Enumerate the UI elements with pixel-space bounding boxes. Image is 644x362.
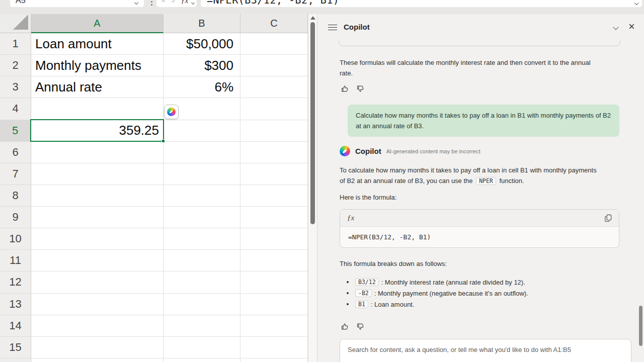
cell-C4[interactable]: [240, 98, 308, 120]
cell-B2[interactable]: $300: [164, 55, 240, 76]
cell-B7[interactable]: [164, 163, 240, 185]
cell-A9[interactable]: [31, 207, 164, 228]
thumbs-down-icon[interactable]: [356, 322, 365, 331]
scrolled-formula-card-edge: [339, 40, 620, 46]
row-header-13[interactable]: 13: [0, 294, 31, 315]
cell-B3[interactable]: 6%: [164, 76, 240, 98]
cell-A7[interactable]: [31, 163, 164, 185]
cell-C8[interactable]: [240, 185, 308, 207]
cell-A3[interactable]: Annual rate: [31, 76, 164, 98]
cell-C5[interactable]: [240, 120, 308, 142]
cell-B12[interactable]: [164, 272, 240, 293]
cell-A1[interactable]: Loan amount: [31, 33, 164, 55]
cell-A2[interactable]: Monthly payments: [31, 55, 164, 76]
cell-C14[interactable]: [240, 315, 308, 337]
close-icon[interactable]: ×: [628, 14, 635, 39]
cell-B9[interactable]: [164, 207, 240, 228]
row-header-12[interactable]: 12: [0, 272, 31, 293]
formula-bar-expand-icon[interactable]: [634, 1, 638, 5]
row-header-9[interactable]: 9: [0, 207, 31, 228]
cell-B10[interactable]: [164, 228, 240, 250]
cell-A12[interactable]: [31, 272, 164, 293]
cell-A11[interactable]: [31, 250, 164, 272]
cell-C7[interactable]: [240, 163, 308, 185]
column-header-a[interactable]: A: [31, 14, 164, 33]
column-header-b[interactable]: B: [164, 14, 240, 33]
cell-A6[interactable]: [31, 142, 164, 163]
cell-A8[interactable]: [31, 185, 164, 207]
row-header-16[interactable]: [0, 358, 31, 362]
cell-A15[interactable]: [31, 337, 164, 358]
cell-C3[interactable]: [240, 76, 308, 98]
copy-icon[interactable]: [604, 214, 612, 222]
chevron-down-icon[interactable]: [191, 1, 195, 5]
cell-C11[interactable]: [240, 250, 308, 272]
chevron-down-icon[interactable]: [134, 1, 138, 5]
cell-B16[interactable]: [164, 358, 240, 362]
row-header-15[interactable]: 15: [0, 337, 31, 358]
row-header-1[interactable]: 1: [0, 33, 31, 55]
cell-A14[interactable]: [31, 315, 164, 337]
cell-C16[interactable]: [240, 358, 308, 362]
cell-copilot-button[interactable]: [164, 105, 179, 119]
scrollbar-thumb[interactable]: [310, 22, 315, 224]
thumbs-up-icon[interactable]: [341, 322, 349, 331]
sheet-vertical-scrollbar[interactable]: [308, 14, 317, 362]
cell-C6[interactable]: [240, 142, 308, 163]
formula-part-chip: B3/12: [355, 278, 379, 286]
cell-B11[interactable]: [164, 250, 240, 272]
cell-A4[interactable]: [31, 98, 164, 120]
response-text-pre: To calculate how many months it takes to…: [340, 166, 597, 185]
nper-chip: NPER: [476, 177, 496, 185]
cell-C9[interactable]: [240, 207, 308, 228]
row-header-14[interactable]: 14: [0, 315, 31, 337]
grid-row-3: 3Annual rate6%: [0, 76, 308, 98]
scroll-up-arrow-icon[interactable]: [310, 16, 315, 20]
breakdown-item: B1: Loan amount.: [347, 299, 614, 310]
row-header-5[interactable]: 5: [0, 120, 31, 142]
grid-row-4: 4: [0, 98, 308, 120]
thumbs-down-icon[interactable]: [356, 84, 365, 93]
cell-B1[interactable]: $50,000: [164, 33, 240, 55]
row-header-6[interactable]: 6: [0, 142, 31, 163]
menu-icon[interactable]: [328, 25, 337, 30]
row-header-3[interactable]: 3: [0, 76, 31, 98]
copilot-icon: [340, 146, 350, 156]
cell-C15[interactable]: [240, 337, 308, 358]
cell-C13[interactable]: [240, 294, 308, 315]
cancel-icon[interactable]: ×: [161, 0, 166, 9]
row-header-4[interactable]: 4: [0, 98, 31, 120]
name-box[interactable]: A5: [10, 0, 144, 7]
grid-row-12: 12: [0, 272, 308, 293]
select-all-corner[interactable]: [0, 14, 31, 33]
formula-bar-input[interactable]: =NPER(B3/12, -B2, B1): [201, 0, 642, 7]
cell-B15[interactable]: [164, 337, 240, 358]
row-header-10[interactable]: 10: [0, 228, 31, 250]
cell-C2[interactable]: [240, 55, 308, 76]
thumbs-up-icon[interactable]: [341, 84, 349, 93]
column-header-c[interactable]: C: [240, 14, 308, 33]
cell-B6[interactable]: [164, 142, 240, 163]
row-header-7[interactable]: 7: [0, 163, 31, 185]
cell-B5[interactable]: [164, 120, 240, 142]
enter-icon[interactable]: ✓: [171, 0, 177, 9]
cell-B8[interactable]: [164, 185, 240, 207]
row-header-11[interactable]: 11: [0, 250, 31, 272]
cell-C12[interactable]: [240, 272, 308, 293]
cell-A5[interactable]: 359.25: [31, 120, 164, 142]
row-header-8[interactable]: 8: [0, 185, 31, 207]
insert-function-icon[interactable]: ƒx: [181, 0, 188, 9]
cell-B14[interactable]: [164, 315, 240, 337]
cell-B13[interactable]: [164, 294, 240, 315]
cell-A13[interactable]: [31, 294, 164, 315]
cell-A10[interactable]: [31, 228, 164, 250]
excel-window: A5 × ✓ ƒx =NPER(B3/12, -B2, B1) A B C 1L…: [0, 0, 644, 362]
bullet-icon: [347, 292, 349, 294]
collapse-chevron-icon[interactable]: [613, 24, 618, 30]
copilot-input[interactable]: [348, 346, 623, 353]
row-header-2[interactable]: 2: [0, 55, 31, 76]
cell-C1[interactable]: [240, 33, 308, 55]
cell-C10[interactable]: [240, 228, 308, 250]
panel-scrollbar-thumb[interactable]: [639, 306, 642, 346]
cell-A16[interactable]: [31, 358, 164, 362]
